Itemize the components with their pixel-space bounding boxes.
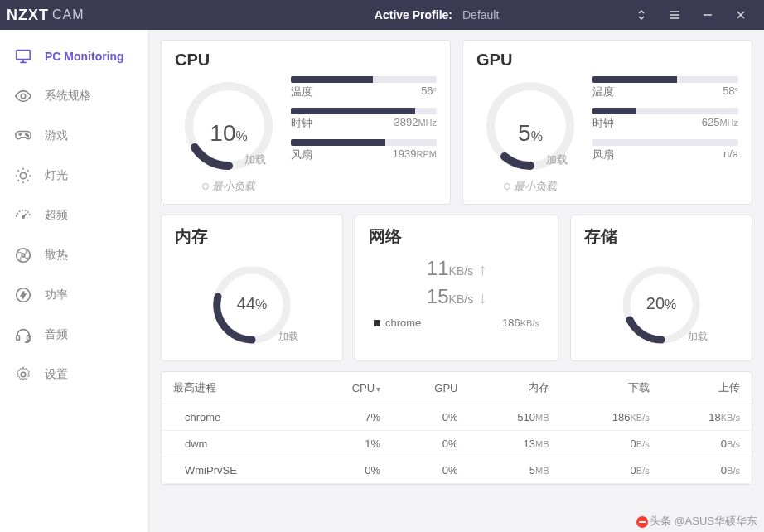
- svg-point-5: [22, 215, 25, 218]
- table-row[interactable]: dwm 1% 0% 13MB 0B/s 0B/s: [162, 431, 752, 457]
- svg-rect-10: [27, 336, 31, 341]
- arrow-up-icon: ↑: [478, 260, 486, 278]
- titlebar: NZXT CAM Active Profile: Default: [0, 0, 764, 30]
- svg-rect-0: [17, 51, 31, 60]
- sidebar-item-eye[interactable]: 系统规格: [0, 76, 148, 116]
- memory-label: 加载: [278, 330, 298, 344]
- sidebar-item-label: PC Monitoring: [45, 50, 124, 63]
- svg-point-1: [21, 94, 26, 99]
- sidebar-item-fan[interactable]: 散热: [0, 235, 148, 275]
- gpu-load-value: 5%: [518, 120, 543, 147]
- sidebar-item-gamepad[interactable]: 游戏: [0, 116, 148, 156]
- network-up: 11KB/s↑: [369, 254, 544, 283]
- sidebar-item-label: 散热: [45, 248, 68, 263]
- sidebar-item-label: 游戏: [45, 128, 68, 143]
- gpu-stat-row: 风扇 n/a: [592, 139, 738, 162]
- sidebar-item-headset[interactable]: 音频: [0, 315, 148, 355]
- gpu-stat-row: 时钟 625MHz: [592, 108, 738, 131]
- cpu-stat-row: 时钟 3892MHz: [291, 108, 437, 131]
- profile-updown-icon[interactable]: [625, 0, 658, 30]
- close-icon[interactable]: [724, 0, 757, 30]
- network-card[interactable]: 网络 11KB/s↑ 15KB/s↓ chrome 186KB/s: [355, 215, 558, 361]
- main-content: CPU 10% 加载 最小负载 温度 56° 时钟 3892MHz 风扇: [149, 30, 764, 532]
- col-mem[interactable]: 内存: [469, 372, 560, 404]
- sidebar-item-label: 设置: [45, 367, 68, 382]
- svg-rect-9: [17, 336, 20, 341]
- sidebar-item-label: 功率: [45, 288, 68, 302]
- col-up[interactable]: 上传: [661, 372, 752, 404]
- sidebar-item-label: 系统规格: [45, 89, 91, 104]
- minimize-icon[interactable]: [691, 0, 724, 30]
- memory-value: 44%: [237, 294, 267, 313]
- col-process[interactable]: 最高进程: [162, 372, 306, 404]
- profile-label: Active Profile:: [375, 8, 452, 22]
- cpu-title: CPU: [175, 51, 437, 70]
- svg-point-4: [20, 172, 26, 178]
- fan-icon: [13, 245, 33, 265]
- svg-point-6: [17, 249, 31, 263]
- headset-icon: [13, 325, 33, 345]
- storage-label: 加载: [688, 330, 708, 344]
- cpu-stat-row: 温度 56°: [291, 76, 437, 99]
- table-row[interactable]: chrome 7% 0% 510MB 186KB/s 18KB/s: [162, 404, 752, 431]
- cpu-load-label: 加载: [244, 152, 266, 167]
- menu-icon[interactable]: [658, 0, 691, 30]
- gauge-icon: [13, 206, 33, 225]
- process-table-card: 最高进程 CPU▾ GPU 内存 下载 上传 chrome 7% 0% 510M…: [161, 371, 752, 485]
- gamepad-icon: [13, 126, 33, 146]
- gear-icon: [13, 365, 33, 384]
- gpu-load-label: 加载: [546, 152, 568, 167]
- sidebar-item-power[interactable]: 功率: [0, 275, 148, 315]
- process-table: 最高进程 CPU▾ GPU 内存 下载 上传 chrome 7% 0% 510M…: [162, 372, 752, 484]
- storage-card[interactable]: 存储 20% 加载: [570, 215, 752, 361]
- sidebar-item-gauge[interactable]: 超频: [0, 196, 148, 235]
- sidebar-item-gear[interactable]: 设置: [0, 355, 148, 394]
- col-gpu[interactable]: GPU: [392, 372, 469, 404]
- sidebar-item-sun[interactable]: 灯光: [0, 156, 148, 196]
- col-cpu[interactable]: CPU▾: [306, 372, 392, 404]
- network-top-rate: 186KB/s: [502, 317, 539, 329]
- storage-title: 存储: [584, 225, 738, 248]
- sidebar-item-monitor[interactable]: PC Monitoring: [0, 36, 148, 76]
- cpu-min-load: 最小负载: [175, 179, 283, 194]
- network-top-proc: chrome: [374, 317, 421, 329]
- toutiao-icon: [636, 516, 648, 528]
- sidebar-item-label: 灯光: [45, 168, 68, 183]
- arrow-down-icon: ↓: [478, 288, 486, 307]
- gpu-stat-row: 温度 58°: [592, 76, 738, 99]
- watermark: 头条 @ASUS华硕华东: [636, 514, 757, 529]
- col-down[interactable]: 下载: [561, 372, 661, 404]
- gpu-card[interactable]: GPU 5% 加载 最小负载 温度 58° 时钟 625MHz 风扇: [462, 40, 752, 205]
- network-title: 网络: [369, 225, 544, 248]
- storage-value: 20%: [646, 294, 676, 313]
- power-icon: [13, 285, 33, 305]
- svg-point-3: [27, 135, 29, 137]
- sidebar-item-label: 音频: [45, 327, 68, 342]
- sun-icon: [13, 166, 33, 186]
- memory-title: 内存: [175, 225, 329, 248]
- svg-point-8: [17, 288, 31, 302]
- network-down: 15KB/s↓: [369, 283, 544, 311]
- sort-desc-icon: ▾: [376, 384, 380, 394]
- brand-logo: NZXT: [7, 7, 49, 24]
- sidebar: PC Monitoring系统规格游戏灯光超频散热功率音频设置: [0, 30, 149, 532]
- gpu-title: GPU: [476, 51, 738, 70]
- cpu-stat-row: 风扇 1939RPM: [291, 139, 437, 162]
- svg-point-11: [21, 372, 26, 377]
- gpu-min-load: 最小负载: [476, 179, 584, 194]
- cpu-card[interactable]: CPU 10% 加载 最小负载 温度 56° 时钟 3892MHz 风扇: [161, 40, 451, 205]
- memory-card[interactable]: 内存 44% 加载: [161, 215, 343, 361]
- brand-sub: CAM: [52, 7, 85, 22]
- sidebar-item-label: 超频: [45, 208, 68, 223]
- table-row[interactable]: WmiPrvSE 0% 0% 5MB 0B/s 0B/s: [162, 457, 752, 484]
- profile-select[interactable]: Default: [462, 8, 612, 22]
- cpu-load-value: 10%: [210, 120, 247, 147]
- eye-icon: [13, 86, 33, 106]
- monitor-icon: [13, 46, 33, 66]
